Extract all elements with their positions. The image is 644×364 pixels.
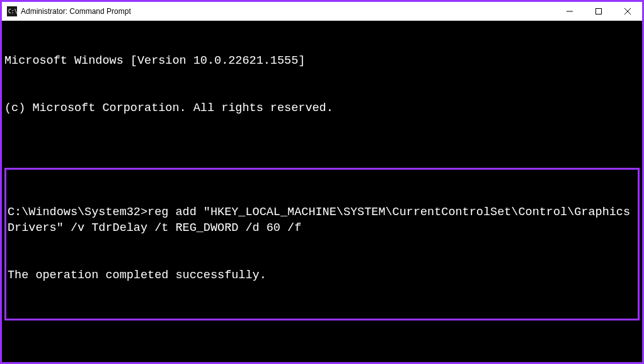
version-line: Microsoft Windows [Version 10.0.22621.15… [4, 54, 640, 69]
window-controls [555, 2, 642, 20]
svg-rect-3 [596, 8, 602, 14]
command-1: C:\Windows\System32>reg add "HKEY_LOCAL_… [8, 205, 636, 237]
minimize-button[interactable] [555, 2, 584, 20]
titlebar[interactable]: C:\ Administrator: Command Prompt [2, 2, 642, 21]
terminal-area[interactable]: Microsoft Windows [Version 10.0.22621.15… [2, 21, 642, 362]
maximize-button[interactable] [584, 2, 613, 20]
highlight-box-1: C:\Windows\System32>reg add "HKEY_LOCAL_… [4, 168, 640, 321]
result-1: The operation completed successfully. [8, 268, 636, 284]
copyright-line: (c) Microsoft Corporation. All rights re… [4, 101, 640, 117]
svg-text:C:\: C:\ [8, 9, 17, 15]
close-button[interactable] [613, 2, 642, 20]
window-title: Administrator: Command Prompt [21, 7, 555, 16]
command-prompt-window: C:\ Administrator: Command Prompt Micros… [2, 2, 642, 362]
cmd-icon: C:\ [7, 6, 17, 16]
